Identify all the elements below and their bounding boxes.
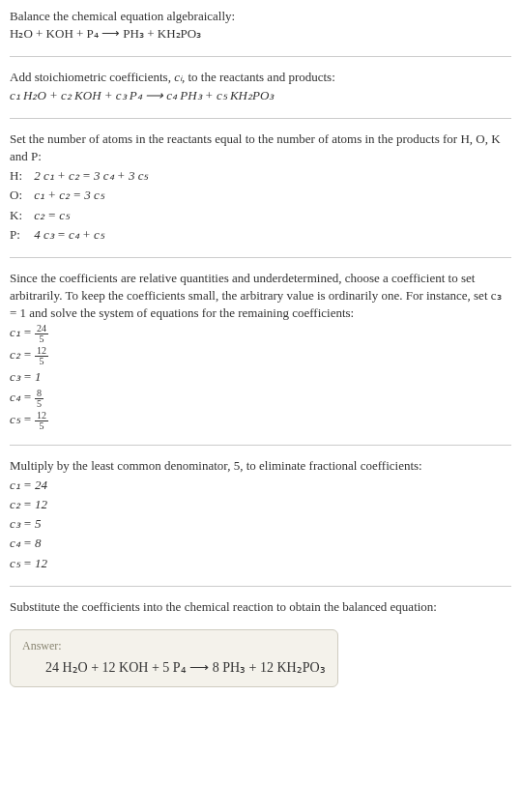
coef-row: c₁ = 24 bbox=[10, 477, 511, 494]
coef-lhs: c₄ = bbox=[10, 390, 35, 404]
coef-frac: 125 bbox=[35, 346, 48, 366]
atom-row: H: 2 c₁ + c₂ = 3 c₄ + 3 c₅ bbox=[10, 167, 511, 185]
section-solve: Since the coefficients are relative quan… bbox=[10, 270, 511, 431]
coef-row: c₂ = 12 bbox=[10, 496, 511, 513]
atom-label: H: bbox=[10, 167, 31, 185]
coef-frac: 245 bbox=[35, 324, 48, 344]
coef-row: c₅ = 12 bbox=[10, 555, 511, 572]
atoms-text: Set the number of atoms in the reactants… bbox=[10, 130, 511, 165]
atom-row: K: c₂ = c₅ bbox=[10, 207, 511, 224]
divider bbox=[10, 56, 511, 57]
frac-num: 8 bbox=[35, 389, 43, 399]
coef-row: c₅ = 125 bbox=[10, 411, 511, 431]
coef-row: c₄ = 85 bbox=[10, 389, 511, 409]
coef-row: c₂ = 125 bbox=[10, 346, 511, 366]
answer-label: Answer: bbox=[22, 638, 326, 654]
coef-lhs: c₁ = bbox=[10, 326, 35, 340]
divider bbox=[10, 257, 511, 258]
atom-eq: 4 c₃ = c₄ + c₅ bbox=[34, 227, 104, 242]
section-substitute: Substitute the coefficients into the che… bbox=[10, 598, 511, 616]
frac-den: 5 bbox=[35, 357, 48, 366]
answer-box: Answer: 24 H₂O + 12 KOH + 5 P₄ ⟶ 8 PH₃ +… bbox=[10, 629, 338, 687]
lcd-text: Multiply by the least common denominator… bbox=[10, 457, 511, 475]
substitute-text: Substitute the coefficients into the che… bbox=[10, 598, 511, 616]
divider bbox=[10, 118, 511, 119]
atom-label: K: bbox=[10, 207, 31, 224]
section-atoms: Set the number of atoms in the reactants… bbox=[10, 130, 511, 244]
coef-plain: 1 bbox=[35, 369, 42, 384]
atom-eq: c₁ + c₂ = 3 c₅ bbox=[34, 188, 104, 202]
coef-lhs: c₂ = bbox=[10, 348, 35, 362]
stoich-text-b: , to the reactants and products: bbox=[182, 70, 335, 84]
answer-equation: 24 H₂O + 12 KOH + 5 P₄ ⟶ 8 PH₃ + 12 KH₂P… bbox=[22, 658, 326, 678]
stoich-text-a: Add stoichiometric coefficients, bbox=[10, 70, 174, 84]
divider bbox=[10, 586, 511, 587]
coef-row: c₃ = 5 bbox=[10, 515, 511, 533]
coef-frac: 85 bbox=[35, 389, 43, 409]
frac-num: 12 bbox=[35, 411, 48, 421]
intro-text: Balance the chemical equation algebraica… bbox=[10, 8, 511, 25]
atom-eq: c₂ = c₅ bbox=[34, 208, 70, 222]
frac-den: 5 bbox=[35, 421, 48, 431]
stoich-equation: c₁ H₂O + c₂ KOH + c₃ P₄ ⟶ c₄ PH₃ + c₅ KH… bbox=[10, 87, 511, 104]
divider bbox=[10, 445, 511, 446]
atom-row: P: 4 c₃ = c₄ + c₅ bbox=[10, 226, 511, 244]
coef-lhs: c₅ = bbox=[10, 412, 35, 426]
atom-eq: 2 c₁ + c₂ = 3 c₄ + 3 c₅ bbox=[34, 168, 148, 183]
stoich-ci: cᵢ bbox=[174, 70, 182, 84]
atom-row: O: c₁ + c₂ = 3 c₅ bbox=[10, 187, 511, 204]
intro-equation: H₂O + KOH + P₄ ⟶ PH₃ + KH₂PO₃ bbox=[10, 25, 511, 43]
coef-frac: 125 bbox=[35, 411, 48, 431]
atom-label: P: bbox=[10, 226, 31, 244]
coef-row: c₃ = 1 bbox=[10, 368, 511, 386]
coef-row: c₁ = 245 bbox=[10, 324, 511, 344]
section-stoich: Add stoichiometric coefficients, cᵢ, to … bbox=[10, 69, 511, 103]
frac-den: 5 bbox=[35, 334, 48, 344]
frac-den: 5 bbox=[35, 399, 43, 409]
solve-text: Since the coefficients are relative quan… bbox=[10, 270, 511, 323]
section-lcd: Multiply by the least common denominator… bbox=[10, 457, 511, 572]
atom-label: O: bbox=[10, 187, 31, 204]
section-intro: Balance the chemical equation algebraica… bbox=[10, 8, 511, 43]
coef-lhs: c₃ = bbox=[10, 369, 35, 384]
coef-row: c₄ = 8 bbox=[10, 535, 511, 552]
stoich-text: Add stoichiometric coefficients, cᵢ, to … bbox=[10, 69, 511, 86]
